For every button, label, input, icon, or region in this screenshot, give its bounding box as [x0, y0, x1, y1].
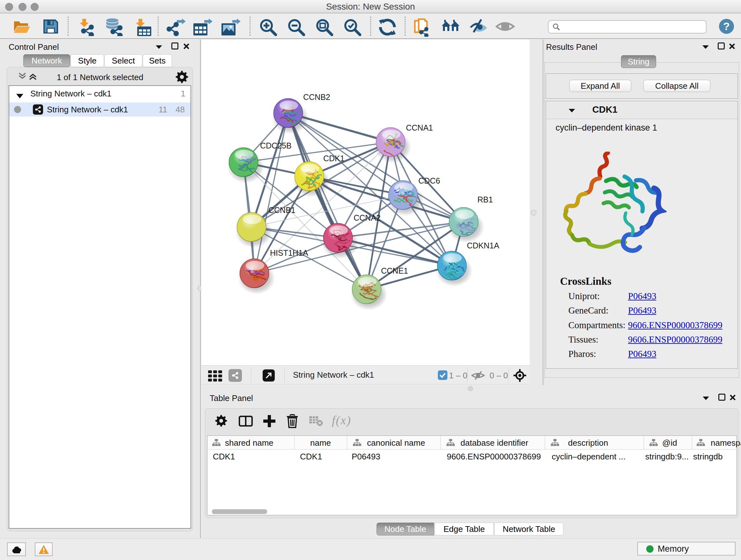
svg-text:CDKN1A: CDKN1A: [467, 241, 499, 250]
svg-text:HIST1H1A: HIST1H1A: [270, 248, 308, 257]
svg-text:CCNE1: CCNE1: [381, 266, 408, 275]
svg-text:CCNA2: CCNA2: [354, 213, 381, 222]
svg-text:CDC6: CDC6: [418, 176, 440, 185]
svg-text:CCNA1: CCNA1: [406, 123, 433, 132]
svg-text:CCNB2: CCNB2: [303, 92, 330, 102]
svg-text:CDC25B: CDC25B: [260, 141, 292, 150]
svg-text:RB1: RB1: [477, 195, 493, 204]
svg-text:CDK1: CDK1: [323, 154, 345, 163]
svg-text:CCNB1: CCNB1: [268, 206, 295, 214]
